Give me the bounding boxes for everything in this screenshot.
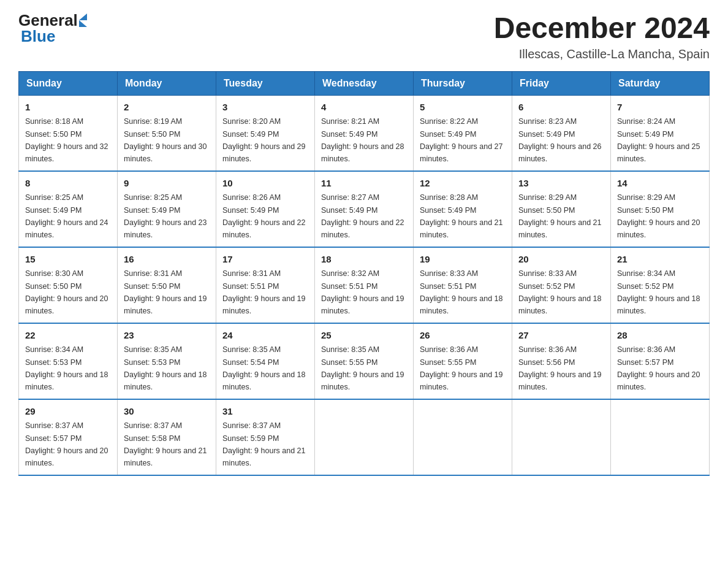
day-number: 6	[518, 101, 604, 115]
calendar-header-sunday: Sunday	[19, 71, 118, 95]
calendar-cell: 6 Sunrise: 8:23 AMSunset: 5:49 PMDayligh…	[512, 95, 611, 171]
day-number: 23	[124, 329, 210, 343]
calendar-week-row-2: 8 Sunrise: 8:25 AMSunset: 5:49 PMDayligh…	[19, 171, 710, 247]
calendar-cell: 24 Sunrise: 8:35 AMSunset: 5:54 PMDaylig…	[216, 323, 315, 399]
calendar-week-row-5: 29 Sunrise: 8:37 AMSunset: 5:57 PMDaylig…	[19, 399, 710, 475]
calendar-cell: 27 Sunrise: 8:36 AMSunset: 5:56 PMDaylig…	[512, 323, 611, 399]
calendar-table: SundayMondayTuesdayWednesdayThursdayFrid…	[18, 71, 710, 476]
day-number: 14	[617, 177, 703, 191]
calendar-header-wednesday: Wednesday	[315, 71, 414, 95]
calendar-cell: 14 Sunrise: 8:29 AMSunset: 5:50 PMDaylig…	[611, 171, 710, 247]
day-info: Sunrise: 8:18 AMSunset: 5:50 PMDaylight:…	[25, 117, 108, 163]
day-info: Sunrise: 8:35 AMSunset: 5:53 PMDaylight:…	[124, 345, 207, 391]
day-number: 25	[321, 329, 407, 343]
calendar-cell: 10 Sunrise: 8:26 AMSunset: 5:49 PMDaylig…	[216, 171, 315, 247]
calendar-cell	[611, 399, 710, 475]
calendar-cell: 9 Sunrise: 8:25 AMSunset: 5:49 PMDayligh…	[118, 171, 216, 247]
day-info: Sunrise: 8:35 AMSunset: 5:55 PMDaylight:…	[321, 345, 404, 391]
page-header: General Blue December 2024 Illescas, Cas…	[18, 12, 710, 61]
day-number: 8	[25, 177, 111, 191]
calendar-cell: 23 Sunrise: 8:35 AMSunset: 5:53 PMDaylig…	[118, 323, 216, 399]
day-number: 4	[321, 101, 407, 115]
calendar-cell: 21 Sunrise: 8:34 AMSunset: 5:52 PMDaylig…	[611, 247, 710, 323]
calendar-cell: 4 Sunrise: 8:21 AMSunset: 5:49 PMDayligh…	[315, 95, 414, 171]
day-number: 26	[420, 329, 506, 343]
calendar-cell: 19 Sunrise: 8:33 AMSunset: 5:51 PMDaylig…	[414, 247, 512, 323]
day-number: 7	[617, 101, 703, 115]
day-info: Sunrise: 8:31 AMSunset: 5:51 PMDaylight:…	[222, 269, 306, 315]
calendar-cell: 29 Sunrise: 8:37 AMSunset: 5:57 PMDaylig…	[19, 399, 118, 475]
day-number: 1	[25, 101, 111, 115]
day-info: Sunrise: 8:30 AMSunset: 5:50 PMDaylight:…	[25, 269, 108, 315]
calendar-cell: 17 Sunrise: 8:31 AMSunset: 5:51 PMDaylig…	[216, 247, 315, 323]
calendar-header-friday: Friday	[512, 71, 611, 95]
day-info: Sunrise: 8:20 AMSunset: 5:49 PMDaylight:…	[222, 117, 306, 163]
day-number: 11	[321, 177, 407, 191]
day-info: Sunrise: 8:36 AMSunset: 5:56 PMDaylight:…	[518, 345, 602, 391]
logo-text-general: General	[18, 12, 78, 28]
day-info: Sunrise: 8:28 AMSunset: 5:49 PMDaylight:…	[420, 193, 503, 239]
calendar-cell: 13 Sunrise: 8:29 AMSunset: 5:50 PMDaylig…	[512, 171, 611, 247]
calendar-cell: 11 Sunrise: 8:27 AMSunset: 5:49 PMDaylig…	[315, 171, 414, 247]
day-number: 9	[124, 177, 210, 191]
day-info: Sunrise: 8:26 AMSunset: 5:49 PMDaylight:…	[222, 193, 306, 239]
day-info: Sunrise: 8:35 AMSunset: 5:54 PMDaylight:…	[222, 345, 306, 391]
day-info: Sunrise: 8:25 AMSunset: 5:49 PMDaylight:…	[25, 193, 108, 239]
day-info: Sunrise: 8:29 AMSunset: 5:50 PMDaylight:…	[518, 193, 602, 239]
day-number: 27	[518, 329, 604, 343]
calendar-cell: 3 Sunrise: 8:20 AMSunset: 5:49 PMDayligh…	[216, 95, 315, 171]
day-number: 10	[222, 177, 308, 191]
calendar-cell: 30 Sunrise: 8:37 AMSunset: 5:58 PMDaylig…	[118, 399, 216, 475]
calendar-header-thursday: Thursday	[414, 71, 512, 95]
main-title: December 2024	[494, 12, 710, 45]
calendar-header-saturday: Saturday	[611, 71, 710, 95]
calendar-cell: 12 Sunrise: 8:28 AMSunset: 5:49 PMDaylig…	[414, 171, 512, 247]
calendar-cell: 22 Sunrise: 8:34 AMSunset: 5:53 PMDaylig…	[19, 323, 118, 399]
day-number: 24	[222, 329, 308, 343]
day-info: Sunrise: 8:37 AMSunset: 5:58 PMDaylight:…	[124, 421, 207, 467]
day-number: 28	[617, 329, 703, 343]
day-number: 17	[222, 253, 308, 267]
day-number: 18	[321, 253, 407, 267]
calendar-cell: 1 Sunrise: 8:18 AMSunset: 5:50 PMDayligh…	[19, 95, 118, 171]
logo: General Blue	[18, 12, 87, 44]
logo-text-blue: Blue	[21, 28, 87, 44]
calendar-cell: 16 Sunrise: 8:31 AMSunset: 5:50 PMDaylig…	[118, 247, 216, 323]
day-number: 3	[222, 101, 308, 115]
calendar-header-row: SundayMondayTuesdayWednesdayThursdayFrid…	[19, 71, 710, 95]
calendar-cell: 5 Sunrise: 8:22 AMSunset: 5:49 PMDayligh…	[414, 95, 512, 171]
day-info: Sunrise: 8:32 AMSunset: 5:51 PMDaylight:…	[321, 269, 404, 315]
day-info: Sunrise: 8:19 AMSunset: 5:50 PMDaylight:…	[124, 117, 207, 163]
day-info: Sunrise: 8:34 AMSunset: 5:52 PMDaylight:…	[617, 269, 700, 315]
day-info: Sunrise: 8:25 AMSunset: 5:49 PMDaylight:…	[124, 193, 207, 239]
day-number: 19	[420, 253, 506, 267]
day-info: Sunrise: 8:24 AMSunset: 5:49 PMDaylight:…	[617, 117, 700, 163]
calendar-cell: 8 Sunrise: 8:25 AMSunset: 5:49 PMDayligh…	[19, 171, 118, 247]
day-number: 2	[124, 101, 210, 115]
day-info: Sunrise: 8:33 AMSunset: 5:51 PMDaylight:…	[420, 269, 503, 315]
day-info: Sunrise: 8:33 AMSunset: 5:52 PMDaylight:…	[518, 269, 602, 315]
calendar-cell: 2 Sunrise: 8:19 AMSunset: 5:50 PMDayligh…	[118, 95, 216, 171]
day-number: 31	[222, 405, 308, 419]
day-number: 15	[25, 253, 111, 267]
day-info: Sunrise: 8:22 AMSunset: 5:49 PMDaylight:…	[420, 117, 503, 163]
calendar-cell: 28 Sunrise: 8:36 AMSunset: 5:57 PMDaylig…	[611, 323, 710, 399]
calendar-header-monday: Monday	[118, 71, 216, 95]
day-number: 22	[25, 329, 111, 343]
day-info: Sunrise: 8:36 AMSunset: 5:55 PMDaylight:…	[420, 345, 503, 391]
calendar-cell: 25 Sunrise: 8:35 AMSunset: 5:55 PMDaylig…	[315, 323, 414, 399]
calendar-cell	[315, 399, 414, 475]
title-area: December 2024 Illescas, Castille-La Manc…	[494, 12, 710, 61]
calendar-cell: 18 Sunrise: 8:32 AMSunset: 5:51 PMDaylig…	[315, 247, 414, 323]
day-info: Sunrise: 8:27 AMSunset: 5:49 PMDaylight:…	[321, 193, 404, 239]
calendar-header-tuesday: Tuesday	[216, 71, 315, 95]
calendar-cell: 31 Sunrise: 8:37 AMSunset: 5:59 PMDaylig…	[216, 399, 315, 475]
calendar-cell	[414, 399, 512, 475]
calendar-cell	[512, 399, 611, 475]
calendar-week-row-3: 15 Sunrise: 8:30 AMSunset: 5:50 PMDaylig…	[19, 247, 710, 323]
calendar-cell: 26 Sunrise: 8:36 AMSunset: 5:55 PMDaylig…	[414, 323, 512, 399]
day-info: Sunrise: 8:36 AMSunset: 5:57 PMDaylight:…	[617, 345, 700, 391]
day-info: Sunrise: 8:34 AMSunset: 5:53 PMDaylight:…	[25, 345, 108, 391]
day-info: Sunrise: 8:37 AMSunset: 5:59 PMDaylight:…	[222, 421, 306, 467]
day-info: Sunrise: 8:23 AMSunset: 5:49 PMDaylight:…	[518, 117, 602, 163]
